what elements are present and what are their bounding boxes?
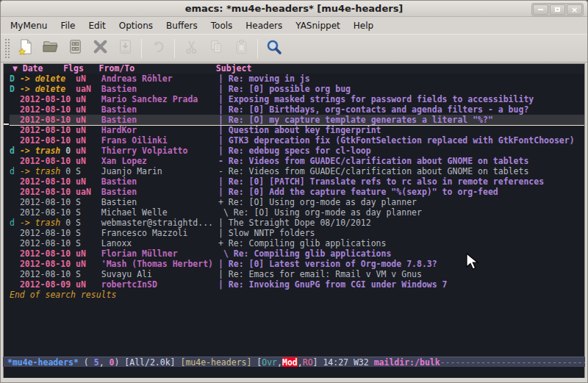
message-row[interactable]: 2012-08-09 uN robertcInSD | Re: Invoking…	[10, 279, 584, 290]
echo-area	[3, 367, 585, 378]
emacs-window: emacs: *mu4e-headers* [mu4e-headers] × M…	[0, 0, 588, 383]
new-file-icon	[17, 38, 34, 58]
toolbar-drag-handle[interactable]	[4, 38, 10, 59]
message-row[interactable]: 2012-08-10 uN HardKor | Question about k…	[10, 125, 584, 135]
message-row[interactable]: 2012-08-10 uN Bastien | Re: [0] Birthday…	[10, 104, 584, 115]
message-row[interactable]: 2012-08-10 S Francesco Mazzoli | Slow NN…	[10, 228, 584, 238]
menu-edit[interactable]: Edit	[82, 18, 112, 33]
message-row[interactable]: 2012-08-10 S Lanoxx + Re: Compiling glib…	[10, 238, 584, 248]
tool-bar	[1, 34, 587, 62]
save-as-icon	[117, 38, 134, 58]
menu-bar: MyMenuFileEditOptionsBuffersToolsHeaders…	[1, 17, 587, 34]
maximize-button[interactable]	[550, 4, 565, 15]
close-buffer-icon	[92, 38, 109, 58]
undo-icon	[150, 38, 167, 58]
message-row[interactable]: d -> trash 0 S Juanjo Marin - Re: Videos…	[10, 166, 584, 176]
menu-headers[interactable]: Headers	[239, 18, 289, 33]
message-row[interactable]: D -> delete uN Andreas Röhler | Re: movi…	[10, 74, 584, 84]
point-cursor	[4, 124, 9, 125]
menu-file[interactable]: File	[54, 18, 82, 33]
menu-options[interactable]: Options	[112, 18, 159, 33]
copy-icon	[208, 38, 225, 58]
mode-line: *mu4e-headers* ( 5, 0) [All/2.0k] [mu4e-…	[3, 357, 585, 367]
close-button[interactable]: ×	[567, 4, 582, 15]
open-file-button[interactable]	[37, 37, 62, 60]
message-row[interactable]: 2012-08-10 uN Mario Sanchez Prada | Expo…	[10, 94, 584, 104]
cut-button	[179, 37, 204, 60]
search-button[interactable]	[262, 37, 287, 60]
window-controls: ×	[531, 3, 584, 16]
new-file-button[interactable]	[12, 37, 37, 60]
toolbar-separator	[141, 39, 142, 58]
message-row[interactable]: 2012-08-10 uN Bastien | Re: [O] my captu…	[10, 115, 584, 125]
message-list: D -> delete uN Andreas Röhler | Re: movi…	[4, 74, 584, 378]
minimize-icon	[538, 9, 543, 10]
message-row[interactable]: D -> delete uaN Bastien | Re: [0] possib…	[10, 84, 584, 94]
paste-button	[229, 37, 254, 60]
save-buffer-icon	[67, 38, 84, 58]
copy-button	[204, 37, 229, 60]
minimize-button[interactable]	[533, 4, 548, 15]
message-row[interactable]: 2012-08-10 uaN Bastien | Re: [0] Add the…	[10, 187, 584, 197]
toolbar-separator	[257, 39, 258, 58]
open-file-icon	[42, 38, 59, 58]
message-row[interactable]: d -> trash 0 uN Thierry Volpiatto | Re: …	[10, 146, 584, 156]
undo-button	[146, 37, 171, 60]
close-icon: ×	[571, 6, 578, 14]
message-row[interactable]: 2012-08-10 S Bastien + Re: [O] Using org…	[10, 197, 584, 207]
end-of-results: End of search results	[10, 290, 584, 300]
close-buffer-button[interactable]	[87, 37, 112, 60]
message-row[interactable]: 2012-08-10 uN 'Mash (Thomas Herbert) | R…	[10, 259, 584, 269]
message-row[interactable]: 2012-08-10 S Suvayu Ali | Re: Emacs for …	[10, 269, 584, 279]
save-as-button	[112, 37, 137, 60]
message-row[interactable]: 2012-08-10 uN Florian Müllner \ Re: Comp…	[10, 248, 584, 259]
buffer-frame: ▼ Date Flgs From/To Subject D -> delete …	[3, 63, 585, 378]
menu-tools[interactable]: Tools	[204, 18, 240, 33]
message-row[interactable]: 2012-08-10 S Michael Welle \ Re: [O] Usi…	[10, 207, 584, 218]
menu-help[interactable]: Help	[347, 18, 380, 33]
message-row[interactable]: d -> trash 0 S webmaster@straightd... | …	[10, 218, 584, 228]
search-icon	[265, 38, 283, 59]
headers-column-header: ▼ Date Flgs From/To Subject	[4, 64, 584, 74]
toolbar-separator	[174, 39, 175, 58]
message-row[interactable]: 2012-08-10 uN Frans Oilinki | GTK3 depre…	[10, 135, 584, 146]
title-bar[interactable]: emacs: *mu4e-headers* [mu4e-headers] ×	[1, 1, 587, 17]
message-row[interactable]: 2012-08-10 uN Bastien | Re: [0] [PATCH] …	[10, 176, 584, 187]
cut-icon	[183, 38, 200, 58]
save-buffer-button[interactable]	[62, 37, 87, 60]
window-title: emacs: *mu4e-headers* [mu4e-headers]	[1, 3, 587, 14]
menu-mymenu[interactable]: MyMenu	[4, 18, 54, 33]
maximize-icon	[555, 7, 560, 12]
menu-yasnippet[interactable]: YASnippet	[289, 18, 347, 33]
paste-icon	[233, 38, 250, 58]
menu-buffers[interactable]: Buffers	[159, 18, 204, 33]
message-row[interactable]: 2012-08-10 uN Xan Lopez - Re: Videos fro…	[10, 156, 584, 166]
